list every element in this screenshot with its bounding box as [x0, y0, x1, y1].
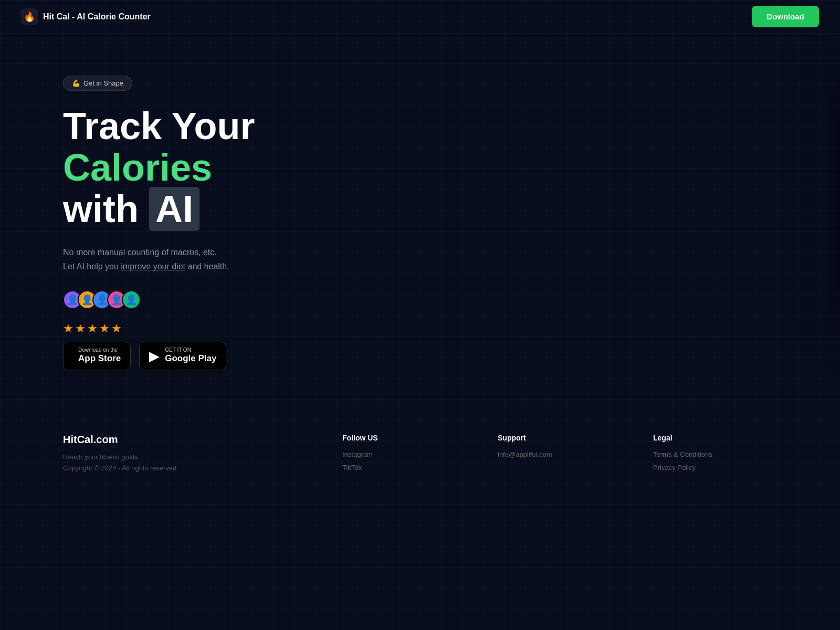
- googleplay-main: Google Play: [165, 353, 216, 364]
- hero-content: 💪 Get in Shape Track Your Calories with …: [63, 65, 357, 370]
- title-line2: Calories: [63, 147, 357, 188]
- social-proof: 👤 👤 👤 👤 👤: [63, 290, 357, 309]
- googleplay-sub: GET IT ON: [165, 348, 216, 353]
- footer-grid: HitCal.com Reach your fitness goals. Cop…: [63, 434, 777, 477]
- appstore-main: App Store: [78, 353, 121, 364]
- avatar: 👤: [122, 290, 141, 309]
- star-5: ★: [111, 322, 122, 335]
- badge-text: Get in Shape: [83, 79, 123, 87]
- navbar: 🔥 Hit Cal - AI Calorie Counter Download: [0, 0, 840, 34]
- badge-icon: 💪: [72, 79, 80, 87]
- support-heading: Support: [498, 434, 622, 442]
- star-2: ★: [75, 322, 86, 335]
- badge: 💪 Get in Shape: [63, 76, 132, 91]
- googleplay-icon: ▶: [149, 349, 160, 363]
- tiktok-link[interactable]: TikTok: [342, 464, 466, 471]
- footer-legal-col: Legal Terms & Conditions Privacy Policy: [653, 434, 777, 477]
- star-4: ★: [99, 322, 110, 335]
- star-rating: ★ ★ ★ ★ ★: [63, 322, 357, 335]
- phone-mockups: 09:26: [357, 65, 777, 370]
- appstore-sub: Download on the: [78, 348, 121, 353]
- footer: HitCal.com Reach your fitness goals. Cop…: [0, 402, 840, 498]
- footer-brand-col: HitCal.com Reach your fitness goals. Cop…: [63, 434, 311, 477]
- hero-title: Track Your Calories with AI: [63, 106, 357, 230]
- hero-subtitle: No more manual counting of macros, etc. …: [63, 245, 357, 274]
- logo-icon: 🔥: [21, 8, 38, 25]
- legal-heading: Legal: [653, 434, 777, 442]
- email-link[interactable]: info@appliful.com: [498, 450, 622, 458]
- appstore-button[interactable]: Download on the App Store: [63, 342, 131, 370]
- ai-highlight: AI: [149, 187, 200, 231]
- footer-follow-col: Follow US Instagram TikTok: [342, 434, 466, 477]
- subtitle-line2: Let AI help you improve your diet and he…: [63, 262, 229, 271]
- title-line1: Track Your: [63, 106, 357, 147]
- instagram-link[interactable]: Instagram: [342, 450, 466, 458]
- download-button[interactable]: Download: [752, 6, 819, 27]
- footer-brand: HitCal.com: [63, 434, 311, 446]
- star-1: ★: [63, 322, 74, 335]
- nav-logo: 🔥 Hit Cal - AI Calorie Counter: [21, 8, 151, 25]
- hero-section: 💪 Get in Shape Track Your Calories with …: [0, 34, 840, 370]
- footer-tagline: Reach your fitness goals. Copyright © 20…: [63, 452, 311, 474]
- footer-support-col: Support info@appliful.com: [498, 434, 622, 477]
- logo-text: Hit Cal - AI Calorie Counter: [43, 12, 151, 22]
- follow-heading: Follow US: [342, 434, 466, 442]
- title-line3: with AI: [63, 188, 357, 230]
- terms-link[interactable]: Terms & Conditions: [653, 450, 777, 458]
- googleplay-button[interactable]: ▶ GET IT ON Google Play: [139, 342, 226, 370]
- star-3: ★: [87, 322, 98, 335]
- privacy-link[interactable]: Privacy Policy: [653, 464, 777, 471]
- app-buttons: Download on the App Store ▶ GET IT ON Go…: [63, 342, 357, 370]
- avatars: 👤 👤 👤 👤 👤: [63, 290, 141, 309]
